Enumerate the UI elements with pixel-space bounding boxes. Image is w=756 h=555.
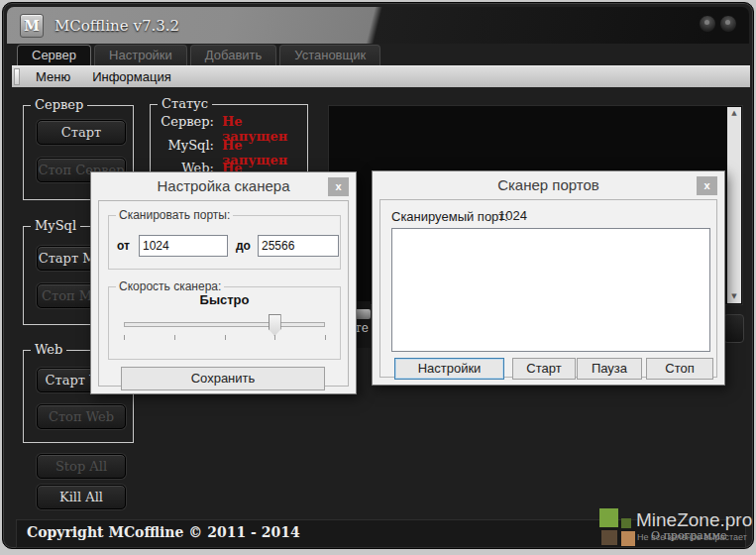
ports-groupbox: Сканировать порты: от до <box>108 215 341 270</box>
close-icon[interactable]: x <box>328 177 349 196</box>
speed-groupbox-label: Скорость сканера: <box>116 279 224 293</box>
port-to-input[interactable] <box>258 235 339 257</box>
scan-pause-button[interactable]: Пауза <box>577 358 642 380</box>
close-icon[interactable]: x <box>697 176 717 195</box>
tab-add[interactable]: Добавить <box>190 45 276 65</box>
app-window: M MCoffline v7.3.2 Сервер Настройки Доба… <box>2 2 754 549</box>
status-group-label: Статус <box>158 96 212 111</box>
speed-value-label: Быстро <box>109 292 340 307</box>
command-row-partial-text: те <box>355 321 369 335</box>
dialog-body: Сканируемый порт: 1024 Настройки Старт П… <box>379 199 717 378</box>
scan-results-list[interactable] <box>391 228 710 352</box>
scan-start-button[interactable]: Старт <box>512 358 576 380</box>
tab-settings[interactable]: Настройки <box>94 45 187 65</box>
console-scrollbar[interactable]: ▲ ▼ <box>727 107 741 303</box>
dark-button-fragment <box>723 314 744 343</box>
scanner-settings-dialog: Настройка сканера x Сканировать порты: о… <box>90 171 357 394</box>
speed-slider[interactable] <box>124 322 325 327</box>
menu-bar: Меню Информация <box>12 65 750 87</box>
screen: M MCoffline v7.3.2 Сервер Настройки Доба… <box>0 0 756 555</box>
tab-server[interactable]: Сервер <box>17 45 91 65</box>
dialog-title[interactable]: Сканер портов <box>373 171 724 199</box>
window-controls <box>699 15 737 33</box>
menu-item-info[interactable]: Информация <box>81 69 182 84</box>
dialog-title[interactable]: Настройка сканера <box>91 172 356 200</box>
port-from-input[interactable] <box>139 235 228 257</box>
web-group-label: Web <box>31 342 66 357</box>
menu-item-menu[interactable]: Меню <box>25 69 81 84</box>
slider-ticks <box>124 335 325 341</box>
save-button[interactable]: Сохранить <box>121 367 325 390</box>
title-bar[interactable]: M MCoffline v7.3.2 <box>7 7 749 44</box>
speed-slider-thumb[interactable] <box>269 314 281 336</box>
menu-grip-icon <box>14 68 20 85</box>
scanner-settings-button[interactable]: Настройки <box>394 358 504 380</box>
window-title: MCoffline v7.3.2 <box>54 17 179 35</box>
stop-all-button: Stop All <box>37 454 126 479</box>
web-stop-button: Стоп Web <box>37 404 126 429</box>
port-scanner-dialog: Сканер портов x Сканируемый порт: 1024 Н… <box>372 170 725 386</box>
current-port-label: Сканируемый порт: <box>391 209 508 224</box>
app-icon: M <box>20 14 44 38</box>
dialog-body: Сканировать порты: от до Скорость сканер… <box>98 200 349 387</box>
copyright-text: Copyright MCoffline © 2011 - 2014 <box>27 524 300 540</box>
port-from-label: от <box>117 239 130 253</box>
watermark-square-icon <box>621 518 631 528</box>
watermark-square-icon <box>621 531 635 546</box>
current-port-value: 1024 <box>498 208 527 223</box>
scan-stop-button[interactable]: Стоп <box>646 358 713 380</box>
mysql-group-label: MySql <box>31 218 80 233</box>
watermark-square-icon <box>599 508 618 527</box>
scroll-up-icon[interactable]: ▲ <box>727 107 741 120</box>
server-group-label: Сервер <box>31 97 87 112</box>
tab-strip: Сервер Настройки Добавить Установщик <box>17 45 380 65</box>
tab-installer[interactable]: Установщик <box>279 45 380 65</box>
kill-all-button[interactable]: Kill All <box>37 485 126 509</box>
ports-groupbox-label: Сканировать порты: <box>116 208 233 222</box>
watermark-tagline: Не все зелёное вырастает <box>637 532 747 542</box>
watermark-title: MineZone.pro <box>636 509 752 531</box>
watermark-square-icon <box>601 530 617 545</box>
scroll-down-icon[interactable]: ▼ <box>727 290 741 303</box>
port-to-label: до <box>236 239 251 253</box>
close-button[interactable] <box>719 15 737 33</box>
minimize-button[interactable] <box>699 15 716 33</box>
server-start-button[interactable]: Старт <box>37 120 126 145</box>
watermark: MineZone.pro Не все зелёное вырастает <box>591 503 756 553</box>
speed-groupbox: Скорость сканера: Быстро <box>108 286 341 360</box>
